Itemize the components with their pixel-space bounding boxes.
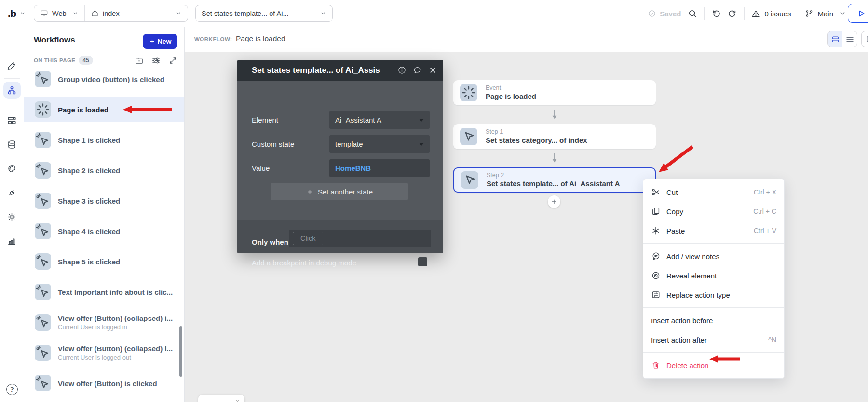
set-another-state-button[interactable]: Set another state <box>271 183 408 200</box>
chevron-down-icon <box>72 10 79 17</box>
check-circle-icon <box>648 9 656 18</box>
help-button[interactable]: ? <box>6 384 18 395</box>
workflow-list-item[interactable]: Text Important info about is clic... <box>24 280 184 304</box>
close-icon[interactable] <box>428 66 437 75</box>
platform-dropdown[interactable]: Web <box>34 5 85 21</box>
workflow-item-label: Text Important info about is clic... <box>58 288 173 296</box>
rail-item-workflows[interactable] <box>3 82 21 99</box>
info-icon[interactable] <box>397 66 407 75</box>
value-input[interactable]: HomeBNB <box>329 159 430 177</box>
rail-item-data[interactable] <box>3 136 21 153</box>
menu-item-reveal-element[interactable]: Reveal element <box>643 266 784 285</box>
paste-icon <box>651 226 661 236</box>
workflow-list-item[interactable]: Shape 4 is clicked <box>24 219 184 243</box>
plus-icon <box>551 198 557 205</box>
workflow-card-event[interactable]: Event Page is loaded <box>453 80 656 105</box>
sliders-icon[interactable] <box>151 56 161 65</box>
chevron-down-icon <box>175 10 182 17</box>
clipped-toolbar-button[interactable] <box>861 31 868 47</box>
rail-item-reusables[interactable] <box>3 111 21 129</box>
custom-state-value: template <box>335 140 363 148</box>
note-icon <box>651 251 661 261</box>
property-editor-titlebar[interactable]: Set states template... of Ai_Assis <box>237 60 443 81</box>
undo-icon[interactable] <box>711 9 721 18</box>
warning-icon <box>751 9 760 18</box>
rail-item-logs[interactable] <box>3 232 21 250</box>
preview-run-button[interactable] <box>848 4 868 23</box>
issues-indicator[interactable]: 0 issues <box>751 9 791 18</box>
add-action-button[interactable] <box>548 195 560 208</box>
menu-item-add-view-notes[interactable]: Add / view notes <box>643 247 784 266</box>
menu-item-insert-action-before[interactable]: Insert action before <box>643 311 784 330</box>
issues-label: 0 issues <box>764 10 791 18</box>
menu-item-label: Delete action <box>666 361 709 370</box>
menu-item-cut[interactable]: Cut Ctrl + X <box>643 182 784 202</box>
save-status-label: Saved <box>660 10 681 18</box>
rail-item-settings[interactable] <box>3 208 21 225</box>
click-icon <box>35 162 51 179</box>
stacked-icon <box>831 35 840 44</box>
zoom-control-clipped[interactable] <box>198 395 244 402</box>
database-icon <box>7 139 17 150</box>
only-when-input[interactable]: Click <box>289 230 431 247</box>
click-icon <box>35 253 51 270</box>
gear-icon <box>7 212 17 222</box>
plug-icon <box>7 188 17 198</box>
workflow-selector-dropdown[interactable]: Set states template... of Ai... <box>195 5 333 22</box>
workflow-item-label: View offer (Button) (collapsed) i... <box>58 345 173 353</box>
menu-item-label: Insert action before <box>651 317 713 325</box>
branch-selector[interactable]: Main <box>805 9 847 18</box>
workflow-list-item[interactable]: View offer (Button) (collapsed) i... Cur… <box>24 341 184 365</box>
scrollbar[interactable] <box>179 326 182 377</box>
rail-item-plugins[interactable] <box>3 184 21 201</box>
menu-item-paste[interactable]: Paste Ctrl + V <box>643 221 784 240</box>
play-icon <box>856 9 866 18</box>
search-icon[interactable] <box>688 9 697 18</box>
workflow-card-step-2[interactable]: Step 2 Set states template... of Ai_Assi… <box>453 167 656 193</box>
workflow-item-label: Page is loaded <box>58 106 108 114</box>
workflow-card-step-1[interactable]: Step 1 Set states category... of index <box>453 124 656 149</box>
app-menu[interactable]: .b <box>8 0 26 27</box>
menu-divider <box>643 307 784 308</box>
workflow-list-item[interactable]: Shape 5 is clicked <box>24 250 184 274</box>
flow-connector-arrow-icon <box>551 109 558 121</box>
bubble-editor: .b Web index Set states template... of A… <box>0 0 868 402</box>
page-dropdown[interactable]: index <box>85 5 188 21</box>
trash-icon <box>651 360 661 370</box>
folder-plus-icon[interactable] <box>135 56 144 65</box>
custom-state-dropdown[interactable]: template <box>329 135 430 153</box>
conditions-section: Only when Click Add a breakpoint in debu… <box>237 220 443 253</box>
redo-icon[interactable] <box>728 9 737 18</box>
new-workflow-label: New <box>158 38 172 45</box>
action-property-editor: Set states template... of Ai_Assis Eleme… <box>237 60 443 253</box>
rail-item-design[interactable] <box>3 57 21 74</box>
card-kind-label: Step 2 <box>487 172 620 179</box>
workflow-list-item[interactable]: Shape 2 is clicked <box>24 158 184 182</box>
rail-item-styles[interactable] <box>3 160 21 177</box>
workflow-item-label: View offer (Button) is clicked <box>58 379 157 388</box>
menu-item-replace-action-type[interactable]: Replace action type <box>643 285 784 305</box>
workflow-list-item[interactable]: Group video (button) is clicked <box>24 67 184 91</box>
chevron-down-icon <box>19 10 26 17</box>
workflow-list-item[interactable]: View offer (Button) is clicked <box>24 371 184 395</box>
new-workflow-button[interactable]: New <box>143 34 177 49</box>
breakpoint-checkbox[interactable] <box>418 257 427 266</box>
burst-icon <box>460 84 477 101</box>
workflow-canvas[interactable]: Event Page is loaded Step 1 Set states c… <box>185 52 868 402</box>
workflow-list-item[interactable]: Shape 1 is clicked <box>24 128 184 152</box>
workflow-list-item[interactable]: Shape 3 is clicked <box>24 189 184 213</box>
comment-icon[interactable] <box>413 66 422 75</box>
property-editor-title: Set states template... of Ai_Assis <box>252 66 380 75</box>
list-view-button[interactable] <box>842 31 857 47</box>
platform-page-selector: Web index <box>34 5 188 22</box>
card-kind-label: Step 1 <box>486 128 587 136</box>
menu-item-copy[interactable]: Copy Ctrl + C <box>643 202 784 221</box>
menu-item-insert-action-after[interactable]: Insert action after ^N <box>643 330 784 349</box>
card-view-button[interactable] <box>828 31 842 47</box>
workflow-list-item[interactable]: View offer (Button) (collapsed) i... Cur… <box>24 310 184 334</box>
cursor-icon <box>461 171 478 189</box>
branch-icon <box>805 9 814 18</box>
expand-icon[interactable] <box>168 56 177 65</box>
menu-divider <box>643 243 784 244</box>
element-dropdown[interactable]: Ai_Assistant A <box>329 111 430 129</box>
